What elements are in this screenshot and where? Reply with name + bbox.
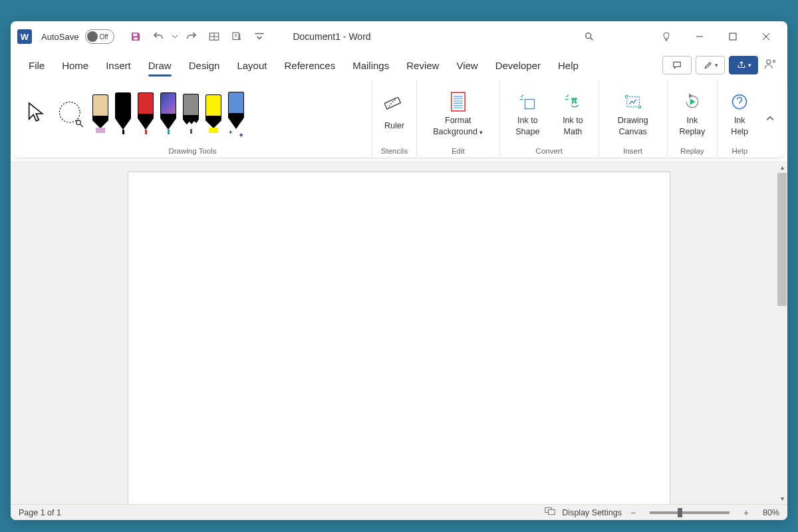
tips-button[interactable] <box>652 26 681 47</box>
document-title: Document1 - Word <box>293 31 370 42</box>
vertical-scrollbar[interactable]: ▴ ▾ <box>777 161 787 504</box>
svg-text:π: π <box>572 96 577 105</box>
display-settings-icon <box>545 507 555 518</box>
ink-to-shape-button[interactable]: Ink to Shape <box>505 87 550 140</box>
tab-layout[interactable]: Layout <box>228 55 275 76</box>
autosave-state: Off <box>99 33 108 41</box>
maximize-button[interactable] <box>718 26 747 47</box>
undo-button[interactable] <box>150 29 166 45</box>
document-page[interactable] <box>128 172 670 504</box>
svg-point-4 <box>767 60 771 64</box>
toggle-knob <box>87 31 98 42</box>
qat-button-2[interactable] <box>229 29 245 45</box>
ink-shape-icon <box>518 90 537 114</box>
pen-yellow[interactable] <box>203 94 223 133</box>
pen-black[interactable] <box>113 92 133 134</box>
save-button[interactable] <box>128 29 144 45</box>
tab-view[interactable]: View <box>448 55 486 76</box>
zoom-thumb[interactable] <box>678 508 682 517</box>
help-icon <box>730 90 749 114</box>
zoom-slider[interactable] <box>650 511 730 514</box>
tab-developer[interactable]: Developer <box>487 55 549 76</box>
scroll-thumb[interactable] <box>777 173 787 306</box>
svg-rect-9 <box>525 100 535 109</box>
tab-home[interactable]: Home <box>53 55 97 76</box>
zoom-in-button[interactable]: + <box>741 507 751 518</box>
qat-button-1[interactable] <box>206 29 222 45</box>
search-button[interactable] <box>575 26 604 47</box>
ink-to-math-button[interactable]: π Ink to Math <box>553 87 593 140</box>
autosave-label: AutoSave <box>41 32 78 42</box>
group-drawing-tools: Drawing Tools <box>19 147 366 156</box>
ink-replay-button[interactable]: Ink Replay <box>673 87 712 140</box>
scroll-down-icon[interactable]: ▾ <box>777 492 787 504</box>
customize-qat[interactable] <box>251 29 267 45</box>
zoom-level[interactable]: 80% <box>763 508 779 517</box>
svg-rect-3 <box>730 33 736 40</box>
share-button[interactable]: ▾ <box>729 56 758 74</box>
tab-references[interactable]: References <box>275 55 344 76</box>
titlebar: W AutoSave Off Document1 - Word <box>11 21 787 52</box>
pen-gray[interactable] <box>181 94 201 134</box>
account-button[interactable] <box>762 58 778 72</box>
ink-help-button[interactable]: Ink Help <box>723 87 756 140</box>
select-tool[interactable] <box>19 87 52 140</box>
undo-dropdown[interactable] <box>172 29 178 45</box>
group-insert: Insert <box>604 147 662 156</box>
group-replay: Replay <box>673 147 712 156</box>
tab-review[interactable]: Review <box>398 55 448 76</box>
ruler-icon <box>384 95 404 119</box>
format-background-button[interactable]: Format Background ▾ <box>422 87 494 140</box>
group-edit: Edit <box>422 147 494 156</box>
ruler-button[interactable]: Ruler <box>378 92 411 134</box>
page-icon <box>449 90 467 114</box>
canvas-icon <box>623 90 643 114</box>
group-convert: Convert <box>505 147 593 156</box>
collapse-ribbon[interactable] <box>761 80 778 156</box>
svg-rect-14 <box>549 510 555 515</box>
workspace: ▴ ▾ <box>11 161 787 504</box>
redo-button[interactable] <box>184 29 200 45</box>
display-settings[interactable]: Display Settings <box>562 508 622 517</box>
editing-button[interactable]: ▾ <box>696 56 725 74</box>
statusbar: Page 1 of 1 Display Settings − + 80% <box>11 504 787 520</box>
minimize-button[interactable] <box>685 26 714 47</box>
replay-icon <box>683 90 702 114</box>
scroll-up-icon[interactable]: ▴ <box>777 161 787 173</box>
tab-draw[interactable]: Draw <box>140 55 180 76</box>
svg-point-6 <box>76 120 81 124</box>
pen-blue[interactable]: ✦✦ <box>226 92 246 136</box>
tab-bar: File Home Insert Draw Design Layout Refe… <box>11 52 787 78</box>
app-window: W AutoSave Off Document1 - Word File Hom… <box>11 21 787 520</box>
tab-mailings[interactable]: Mailings <box>344 55 398 76</box>
comments-button[interactable] <box>662 56 692 74</box>
svg-point-5 <box>59 102 80 122</box>
pen-tan[interactable] <box>90 94 110 133</box>
pen-red[interactable] <box>136 92 156 134</box>
tab-design[interactable]: Design <box>180 55 229 76</box>
pen-galaxy[interactable] <box>158 92 178 134</box>
word-icon: W <box>17 29 32 44</box>
close-button[interactable] <box>751 26 781 47</box>
zoom-out-button[interactable]: − <box>628 507 638 518</box>
ink-math-icon: π <box>563 90 582 114</box>
tab-help[interactable]: Help <box>549 55 587 76</box>
svg-point-2 <box>586 33 591 39</box>
lasso-tool[interactable] <box>55 87 88 140</box>
tab-file[interactable]: File <box>20 55 53 76</box>
autosave-toggle[interactable]: Off <box>85 29 114 44</box>
group-stencils: Stencils <box>378 147 411 156</box>
ribbon: ✦✦ Drawing Tools Ruler Stencils Format B… <box>13 78 785 158</box>
svg-rect-7 <box>384 97 400 109</box>
page-info[interactable]: Page 1 of 1 <box>19 508 61 517</box>
drawing-canvas-button[interactable]: Drawing Canvas <box>604 87 662 140</box>
tab-insert[interactable]: Insert <box>97 55 140 76</box>
group-help: Help <box>723 147 756 156</box>
